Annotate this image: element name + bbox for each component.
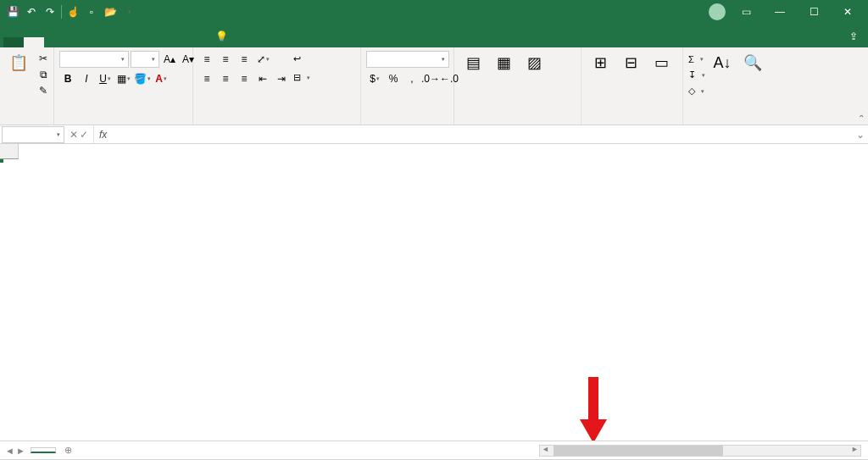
maximize-icon[interactable]: ☐ bbox=[800, 0, 827, 24]
align-right-icon[interactable]: ≡ bbox=[236, 70, 253, 87]
currency-icon[interactable]: $▾ bbox=[366, 70, 383, 87]
enter-formula-icon[interactable]: ✓ bbox=[80, 129, 88, 141]
new-icon[interactable]: ▫ bbox=[84, 4, 99, 19]
insert-cells-button[interactable]: ⊞ bbox=[587, 51, 614, 76]
collapse-ribbon-icon[interactable]: ⌃ bbox=[858, 114, 865, 123]
wrap-icon: ↩ bbox=[293, 53, 301, 64]
undo-icon[interactable]: ↶ bbox=[24, 4, 39, 19]
qat-customize-icon[interactable]: ▾ bbox=[122, 4, 137, 19]
tab-view[interactable] bbox=[166, 37, 186, 47]
group-label-cells bbox=[587, 121, 677, 123]
clear-button[interactable]: ◇▾ bbox=[688, 83, 705, 99]
bold-button[interactable]: B bbox=[59, 70, 76, 87]
minimize-icon[interactable]: — bbox=[766, 0, 793, 24]
red-arrow-annotation bbox=[576, 377, 610, 441]
format-as-table-button[interactable]: ▦ bbox=[490, 51, 517, 76]
font-name-select[interactable]: ▾ bbox=[59, 51, 129, 68]
sheet-nav-prev-icon[interactable]: ◄ bbox=[5, 446, 14, 456]
tab-data[interactable] bbox=[125, 37, 146, 47]
comma-icon[interactable]: , bbox=[403, 70, 420, 87]
increase-indent-icon[interactable]: ⇥ bbox=[273, 70, 290, 87]
fill-color-button[interactable]: 🪣▾ bbox=[134, 70, 151, 87]
svg-marker-1 bbox=[580, 419, 607, 441]
format-cells-button[interactable]: ▭ bbox=[648, 51, 675, 76]
cut-icon[interactable]: ✂ bbox=[36, 51, 51, 66]
font-size-select[interactable]: ▾ bbox=[131, 51, 159, 68]
sigma-icon: Σ bbox=[688, 54, 694, 64]
cond-format-icon: ▤ bbox=[463, 53, 483, 73]
group-label-number bbox=[366, 121, 448, 123]
tab-insert[interactable] bbox=[44, 37, 64, 47]
orientation-icon[interactable]: ⤢▾ bbox=[254, 51, 271, 68]
increase-decimal-icon[interactable]: .0→ bbox=[422, 70, 439, 87]
align-middle-icon[interactable]: ≡ bbox=[217, 51, 234, 68]
fill-button[interactable]: ↧▾ bbox=[688, 67, 705, 83]
share-icon: ⇪ bbox=[849, 30, 858, 42]
copy-icon[interactable]: ⧉ bbox=[36, 67, 51, 82]
align-bottom-icon[interactable]: ≡ bbox=[236, 51, 253, 68]
sort-icon: A↓ bbox=[712, 53, 732, 73]
eraser-icon: ◇ bbox=[688, 86, 695, 97]
styles-icon: ▨ bbox=[524, 53, 544, 73]
tab-review[interactable] bbox=[146, 37, 166, 47]
increase-font-icon[interactable]: A▴ bbox=[161, 51, 178, 68]
horizontal-scrollbar[interactable]: ◄ ► bbox=[539, 445, 861, 457]
scroll-right-icon[interactable]: ► bbox=[851, 445, 859, 453]
delete-icon: ⊟ bbox=[620, 53, 641, 73]
group-label-alignment bbox=[198, 121, 355, 123]
group-label-clipboard bbox=[5, 121, 48, 123]
horizontal-scroll-thumb[interactable] bbox=[554, 446, 723, 456]
tab-file[interactable] bbox=[3, 37, 24, 47]
lightbulb-icon: 💡 bbox=[215, 30, 228, 42]
table-icon: ▦ bbox=[493, 53, 514, 73]
percent-icon[interactable]: % bbox=[385, 70, 402, 87]
clipboard-icon: 📋 bbox=[8, 53, 29, 73]
wrap-text-button[interactable]: ↩ bbox=[293, 51, 310, 67]
open-icon[interactable]: 📂 bbox=[103, 4, 118, 19]
ribbon-display-icon[interactable]: ▭ bbox=[732, 0, 760, 24]
fx-icon[interactable]: fx bbox=[94, 129, 112, 141]
borders-button[interactable]: ▦▾ bbox=[115, 70, 132, 87]
align-center-icon[interactable]: ≡ bbox=[217, 70, 234, 87]
insert-icon: ⊞ bbox=[590, 53, 610, 73]
tab-page-layout[interactable] bbox=[85, 37, 105, 47]
conditional-formatting-button[interactable]: ▤ bbox=[459, 51, 487, 76]
select-all-triangle[interactable] bbox=[0, 144, 19, 159]
save-icon[interactable]: 💾 bbox=[5, 4, 20, 19]
touch-mode-icon[interactable]: ☝ bbox=[65, 4, 81, 19]
find-select-button[interactable]: 🔍 bbox=[739, 51, 766, 76]
sort-filter-button[interactable]: A↓ bbox=[709, 51, 736, 76]
decrease-indent-icon[interactable]: ⇤ bbox=[254, 70, 271, 87]
font-color-button[interactable]: A▾ bbox=[153, 70, 170, 87]
underline-button[interactable]: U▾ bbox=[97, 70, 114, 87]
sheet-tab-1[interactable] bbox=[31, 447, 56, 453]
align-left-icon[interactable]: ≡ bbox=[198, 70, 215, 87]
cancel-formula-icon[interactable]: ✕ bbox=[70, 129, 78, 141]
tab-draw[interactable] bbox=[64, 37, 85, 47]
redo-icon[interactable]: ↷ bbox=[42, 4, 58, 19]
close-icon[interactable]: ✕ bbox=[834, 0, 861, 24]
search-icon: 🔍 bbox=[743, 53, 763, 73]
paste-button[interactable]: 📋 bbox=[5, 51, 32, 76]
align-top-icon[interactable]: ≡ bbox=[198, 51, 215, 68]
tab-help[interactable] bbox=[186, 37, 207, 47]
tell-me-search[interactable]: 💡 bbox=[207, 25, 242, 47]
user-avatar[interactable] bbox=[709, 3, 726, 20]
merge-center-button[interactable]: ⊟▾ bbox=[293, 69, 310, 86]
add-sheet-button[interactable]: ⊕ bbox=[61, 443, 76, 458]
group-label-styles bbox=[459, 121, 576, 123]
sheet-nav-next-icon[interactable]: ► bbox=[16, 446, 25, 456]
tab-formulas[interactable] bbox=[105, 37, 125, 47]
autosum-button[interactable]: Σ▾ bbox=[688, 51, 705, 67]
name-box[interactable]: ▾ bbox=[2, 126, 64, 143]
italic-button[interactable]: I bbox=[78, 70, 95, 87]
number-format-select[interactable]: ▾ bbox=[366, 51, 449, 68]
expand-formula-bar-icon[interactable]: ⌄ bbox=[853, 129, 868, 141]
share-button[interactable]: ⇪ bbox=[849, 30, 858, 42]
scroll-left-icon[interactable]: ◄ bbox=[542, 445, 549, 453]
cell-styles-button[interactable]: ▨ bbox=[520, 51, 548, 76]
tab-home[interactable] bbox=[24, 37, 44, 47]
format-painter-icon[interactable]: ✎ bbox=[36, 83, 51, 98]
delete-cells-button[interactable]: ⊟ bbox=[617, 51, 644, 76]
group-label-editing bbox=[688, 121, 805, 123]
